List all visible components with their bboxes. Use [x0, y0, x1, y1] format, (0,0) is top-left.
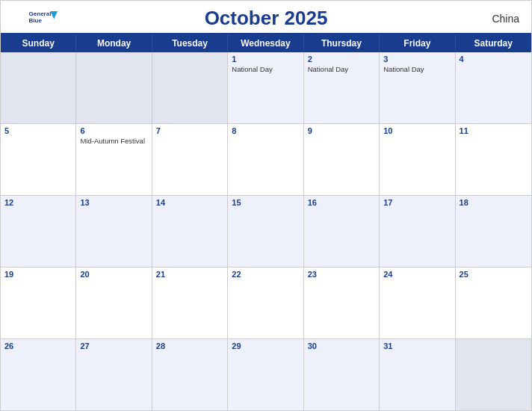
day-number: 11 [460, 126, 528, 135]
event-label: National Day [232, 65, 299, 74]
event-label: Mid-Autumn Festival [80, 137, 147, 146]
day-number: 18 [460, 198, 528, 207]
day-cell: 3National Day [380, 52, 455, 123]
day-header-sunday: Sunday [1, 34, 76, 52]
day-number: 30 [308, 342, 375, 350]
day-number: 19 [4, 270, 72, 279]
day-number: 21 [156, 270, 223, 279]
day-cell: 11 [456, 124, 531, 195]
day-number: 22 [232, 270, 299, 279]
day-number: 2 [308, 55, 375, 64]
day-cell: 2National Day [304, 52, 380, 123]
week-row-2: 56Mid-Autumn Festival7891011 [1, 124, 531, 196]
day-header-wednesday: Wednesday [228, 34, 303, 52]
calendar-grid: SundayMondayTuesdayWednesdayThursdayFrid… [1, 33, 531, 410]
day-number: 10 [383, 126, 451, 135]
logo-area: General Blue [13, 8, 72, 29]
day-number: 5 [4, 126, 72, 135]
day-cell: 18 [456, 196, 531, 267]
day-cell: 15 [228, 196, 303, 267]
day-number: 1 [232, 55, 299, 64]
day-cell [456, 339, 531, 410]
day-number: 9 [308, 126, 375, 135]
svg-text:Blue: Blue [29, 17, 43, 24]
day-cell: 24 [380, 268, 455, 339]
calendar-title: October 2025 [72, 7, 460, 30]
day-number: 16 [308, 198, 375, 207]
day-cell: 17 [380, 196, 455, 267]
day-cell: 31 [380, 339, 455, 410]
event-label: National Day [308, 65, 375, 74]
day-cell: 20 [76, 268, 152, 339]
day-header-thursday: Thursday [304, 34, 380, 52]
day-number: 26 [4, 342, 72, 350]
day-cell: 5 [1, 124, 76, 195]
weeks-container: 1National Day2National Day3National Day4… [1, 52, 531, 410]
svg-marker-2 [50, 11, 58, 19]
day-cell: 1National Day [228, 52, 303, 123]
day-cell: 6Mid-Autumn Festival [76, 124, 152, 195]
day-cell: 30 [304, 339, 380, 410]
calendar-header: General Blue October 2025 China [1, 1, 531, 33]
day-cell: 8 [228, 124, 303, 195]
day-cell: 26 [1, 339, 76, 410]
day-cell: 29 [228, 339, 303, 410]
day-cell [76, 52, 152, 123]
day-number: 15 [232, 198, 299, 207]
day-number: 8 [232, 126, 299, 135]
day-number: 20 [80, 270, 147, 279]
week-row-1: 1National Day2National Day3National Day4 [1, 52, 531, 124]
day-cell: 13 [76, 196, 152, 267]
day-cell: 4 [456, 52, 531, 123]
day-header-friday: Friday [380, 34, 455, 52]
day-cell: 22 [228, 268, 303, 339]
day-number: 29 [232, 342, 299, 350]
day-cell: 19 [1, 268, 76, 339]
day-number: 12 [4, 198, 72, 207]
day-number: 17 [383, 198, 451, 207]
day-cell: 7 [152, 124, 228, 195]
day-cell: 23 [304, 268, 380, 339]
day-number: 28 [156, 342, 223, 350]
week-row-4: 19202122232425 [1, 268, 531, 339]
day-number: 4 [460, 55, 528, 64]
day-number: 24 [383, 270, 451, 279]
generalblue-logo-icon: General Blue [28, 8, 58, 29]
day-number: 7 [156, 126, 223, 135]
day-cell [152, 52, 228, 123]
week-row-3: 12131415161718 [1, 196, 531, 268]
day-cell [1, 52, 76, 123]
country-label: China [460, 13, 519, 25]
day-number: 6 [80, 126, 147, 135]
calendar-container: General Blue October 2025 China SundayMo… [0, 0, 532, 411]
day-header-saturday: Saturday [456, 34, 531, 52]
day-cell: 25 [456, 268, 531, 339]
week-row-5: 262728293031 [1, 339, 531, 410]
day-number: 31 [383, 342, 451, 350]
day-number: 14 [156, 198, 223, 207]
day-number: 3 [383, 55, 451, 64]
day-cell: 16 [304, 196, 380, 267]
day-cell: 27 [76, 339, 152, 410]
day-cell: 21 [152, 268, 228, 339]
day-number: 27 [80, 342, 147, 350]
day-header-monday: Monday [76, 34, 152, 52]
day-cell: 12 [1, 196, 76, 267]
svg-text:General: General [29, 10, 52, 17]
day-number: 23 [308, 270, 375, 279]
day-number: 25 [460, 270, 528, 279]
day-cell: 14 [152, 196, 228, 267]
day-headers-row: SundayMondayTuesdayWednesdayThursdayFrid… [1, 34, 531, 52]
day-cell: 10 [380, 124, 455, 195]
event-label: National Day [383, 65, 451, 74]
day-header-tuesday: Tuesday [152, 34, 228, 52]
day-cell: 28 [152, 339, 228, 410]
day-number: 13 [80, 198, 147, 207]
day-cell: 9 [304, 124, 380, 195]
